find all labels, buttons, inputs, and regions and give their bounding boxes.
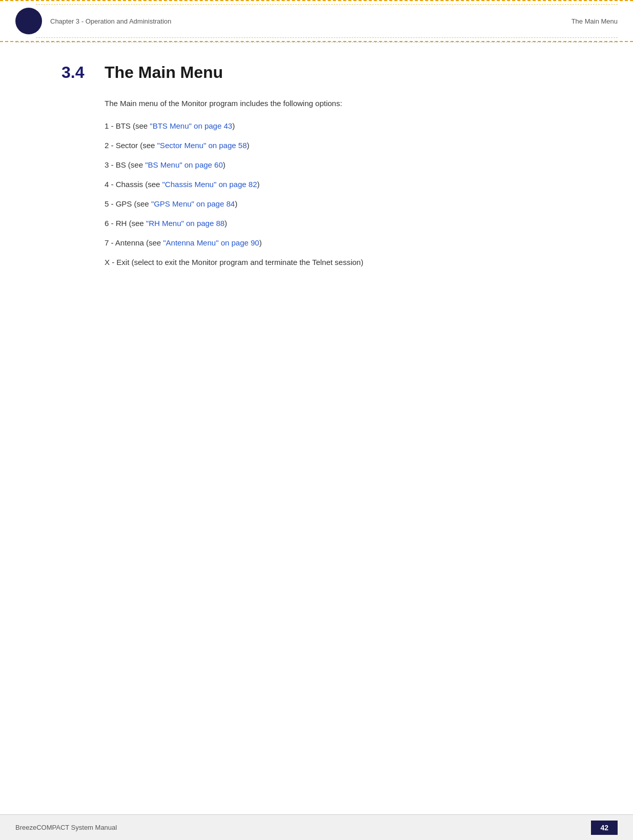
chapter-label: Chapter 3 - Operation and Administration: [50, 17, 171, 25]
chassis-menu-link[interactable]: "Chassis Menu" on page 82: [162, 180, 257, 189]
list-item: 3 - BS (see "BS Menu" on page 60): [105, 159, 571, 171]
item-prefix: 2 - Sector (see: [105, 141, 157, 150]
chapter-circle-icon: [15, 8, 42, 34]
item-prefix: 7 - Antenna (see: [105, 238, 163, 247]
item-suffix: ): [232, 121, 235, 130]
rh-menu-link[interactable]: "RH Menu" on page 88: [146, 219, 224, 228]
bs-menu-link[interactable]: "BS Menu" on page 60: [145, 160, 223, 169]
sector-menu-link[interactable]: "Sector Menu" on page 58: [157, 141, 247, 150]
item-prefix: 3 - BS (see: [105, 160, 145, 169]
item-suffix: ): [259, 238, 262, 247]
section-number: 3.4: [62, 63, 92, 82]
item-suffix: ): [235, 199, 237, 208]
page-number: 42: [591, 821, 618, 835]
item-suffix: ): [223, 160, 226, 169]
item-suffix: ): [224, 219, 227, 228]
bts-menu-link[interactable]: "BTS Menu" on page 43: [150, 121, 232, 130]
item-prefix: 6 - RH (see: [105, 219, 146, 228]
header-left: Chapter 3 - Operation and Administration: [15, 8, 171, 34]
list-item: 6 - RH (see "RH Menu" on page 88): [105, 217, 571, 230]
section-heading: 3.4 The Main Menu: [62, 63, 571, 82]
page-header: Chapter 3 - Operation and Administration…: [0, 0, 633, 42]
list-item: 2 - Sector (see "Sector Menu" on page 58…: [105, 139, 571, 152]
product-name: BreezeCOMPACT System Manual: [15, 824, 117, 831]
item-prefix: 5 - GPS (see: [105, 199, 151, 208]
menu-items-list: 1 - BTS (see "BTS Menu" on page 43) 2 - …: [105, 120, 571, 269]
list-item: 7 - Antenna (see "Antenna Menu" on page …: [105, 237, 571, 249]
intro-paragraph: The Main menu of the Monitor program inc…: [105, 97, 571, 110]
section-title: The Main Menu: [105, 63, 223, 82]
list-item: X - Exit (select to exit the Monitor pro…: [105, 256, 571, 269]
item-prefix: 1 - BTS (see: [105, 121, 150, 130]
list-item: 5 - GPS (see "GPS Menu" on page 84): [105, 198, 571, 210]
header-section-label: The Main Menu: [571, 17, 618, 25]
antenna-menu-link[interactable]: "Antenna Menu" on page 90: [163, 238, 259, 247]
main-content: 3.4 The Main Menu The Main menu of the M…: [0, 43, 633, 317]
item-suffix: ): [247, 141, 249, 150]
page-footer: BreezeCOMPACT System Manual 42: [0, 814, 633, 840]
exit-item-text: X - Exit (select to exit the Monitor pro…: [105, 258, 363, 267]
item-prefix: 4 - Chassis (see: [105, 180, 162, 189]
item-suffix: ): [257, 180, 259, 189]
gps-menu-link[interactable]: "GPS Menu" on page 84: [151, 199, 235, 208]
list-item: 4 - Chassis (see "Chassis Menu" on page …: [105, 178, 571, 191]
list-item: 1 - BTS (see "BTS Menu" on page 43): [105, 120, 571, 132]
